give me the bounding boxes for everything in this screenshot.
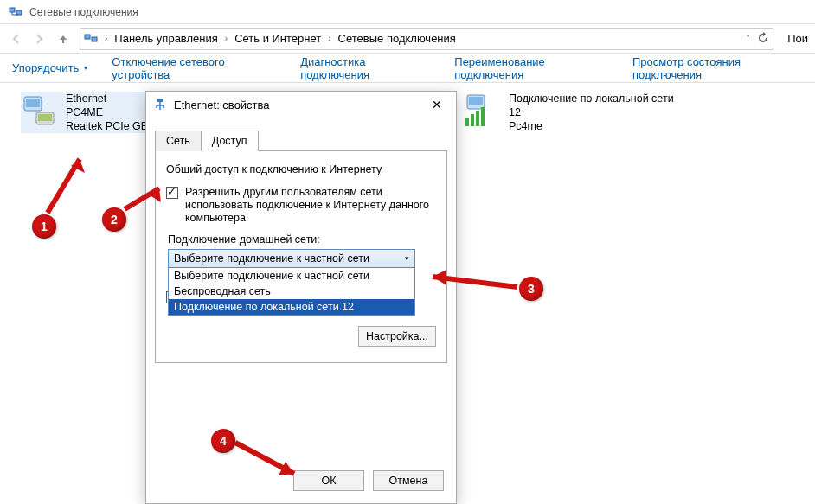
tabstrip: Сеть Доступ: [155, 130, 447, 151]
breadcrumb-mid[interactable]: Сеть и Интернет: [231, 32, 324, 45]
close-button[interactable]: ✕: [425, 94, 449, 115]
annotation-marker-4: 4: [211, 429, 235, 453]
svg-rect-7: [38, 114, 52, 121]
main-title-text: Сетевые подключения: [29, 6, 138, 18]
toolbar: Упорядочить Отключение сетевого устройст…: [0, 54, 815, 83]
address-bar[interactable]: › Панель управления › Сеть и Интернет › …: [80, 28, 773, 50]
cancel-button[interactable]: Отмена: [373, 470, 444, 491]
settings-button[interactable]: Настройка...: [358, 326, 436, 347]
search-box-cutoff[interactable]: Пои: [780, 32, 808, 45]
back-button[interactable]: [7, 29, 26, 48]
chevron-down-icon: ▾: [405, 254, 409, 263]
up-button[interactable]: [54, 29, 73, 48]
control-panel-icon: [84, 32, 98, 46]
svg-rect-5: [26, 99, 40, 107]
network-adapter-icon: [464, 92, 500, 128]
allow-share-checkbox[interactable]: [166, 187, 178, 199]
ics-section-label: Общий доступ к подключению к Интернету: [166, 163, 436, 175]
svg-rect-9: [469, 97, 483, 105]
nav-row: › Панель управления › Сеть и Интернет › …: [0, 24, 815, 54]
ethernet-properties-dialog: Ethernet: свойства ✕ Сеть Доступ Общий д…: [145, 91, 457, 504]
adapter-name: Ethernet: [66, 92, 156, 105]
network-adapter-icon: [21, 92, 57, 128]
breadcrumb-leaf[interactable]: Сетевые подключения: [335, 32, 459, 45]
combo-dropdown: Выберите подключение к частной сети Бесп…: [168, 268, 415, 316]
network-connections-icon: [9, 5, 22, 19]
svg-rect-2: [85, 35, 90, 39]
tab-network[interactable]: Сеть: [155, 131, 202, 151]
svg-rect-14: [157, 99, 163, 102]
svg-rect-3: [92, 37, 97, 41]
chevron-right-icon: ›: [101, 34, 111, 43]
annotation-marker-1: 1: [32, 214, 56, 239]
home-network-combo[interactable]: Выберите подключение к частной сети ▾ Вы…: [168, 249, 415, 268]
dialog-title-text: Ethernet: свойства: [174, 99, 270, 112]
chevron-right-icon: ›: [324, 34, 334, 43]
adapter-line3: Realtek PCIe GBE: [66, 119, 156, 133]
ok-button[interactable]: ОК: [293, 470, 364, 491]
ethernet-icon: [153, 98, 167, 112]
combo-option[interactable]: Подключение по локальной сети 12: [169, 299, 414, 315]
adapter-line2: PC4ME: [66, 105, 156, 119]
svg-rect-10: [465, 118, 469, 126]
disable-device-link[interactable]: Отключение сетевого устройства: [112, 55, 276, 81]
diagnose-link[interactable]: Диагностика подключения: [300, 55, 430, 81]
dialog-button-row: ОК Отмена: [146, 462, 456, 503]
forward-button[interactable]: [29, 29, 48, 48]
adapter-line3: Pc4me: [509, 119, 674, 133]
organize-menu[interactable]: Упорядочить: [12, 61, 87, 74]
svg-rect-12: [476, 111, 479, 126]
adapter-lan12[interactable]: Подключение по локальной сети 12 Pc4me: [464, 92, 680, 133]
dialog-titlebar: Ethernet: свойства ✕: [146, 92, 456, 118]
svg-rect-1: [16, 10, 22, 15]
tab-panel-access: Общий доступ к подключению к Интернету Р…: [155, 151, 447, 363]
annotation-marker-3: 3: [519, 277, 543, 301]
svg-rect-0: [10, 8, 15, 12]
status-link[interactable]: Просмотр состояния подключения: [632, 55, 803, 81]
adapter-name: Подключение по локальной сети: [509, 92, 674, 105]
allow-share-label: Разрешить другим пользователям сети испо…: [185, 186, 436, 225]
rename-link[interactable]: Переименование подключения: [454, 55, 608, 81]
chevron-right-icon: ›: [221, 34, 231, 43]
refresh-icon[interactable]: [757, 32, 769, 46]
chevron-down-icon[interactable]: ˅: [746, 34, 750, 43]
annotation-marker-2: 2: [102, 207, 126, 232]
tab-access[interactable]: Доступ: [201, 131, 259, 151]
svg-rect-13: [481, 107, 485, 126]
breadcrumb-root[interactable]: Панель управления: [111, 32, 221, 45]
svg-rect-11: [471, 114, 474, 126]
main-titlebar: Сетевые подключения: [0, 0, 815, 24]
combo-option[interactable]: Выберите подключение к частной сети: [169, 268, 414, 284]
combo-option[interactable]: Беспроводная сеть: [169, 284, 414, 299]
home-network-label: Подключение домашней сети:: [168, 233, 436, 246]
combo-selected-text: Выберите подключение к частной сети: [174, 252, 369, 265]
adapter-line2: 12: [509, 105, 674, 119]
